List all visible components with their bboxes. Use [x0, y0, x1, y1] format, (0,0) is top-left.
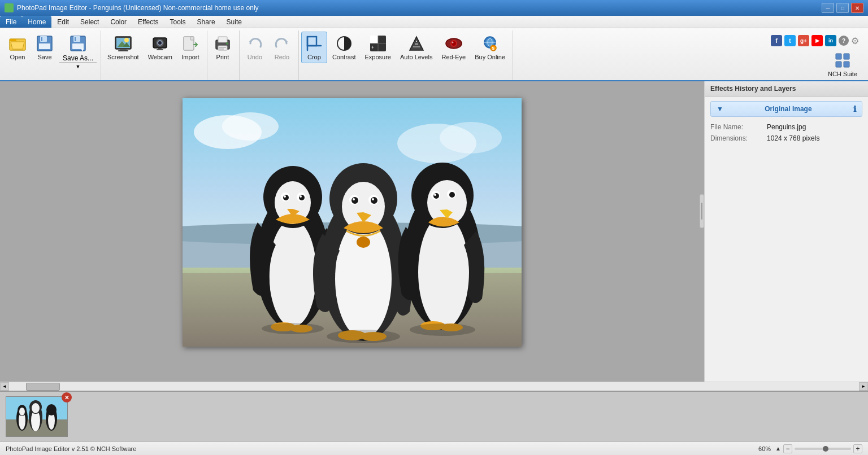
save-icon [36, 34, 54, 53]
ribbon-buttons-print: Print [210, 30, 236, 80]
save-button[interactable]: Save [32, 32, 58, 63]
svg-point-80 [300, 195, 302, 198]
panel-section-title[interactable]: ▼ Original Image ℹ [710, 101, 862, 117]
youtube-icon[interactable]: ▶ [811, 35, 823, 46]
panel-resize-handle[interactable] [700, 194, 704, 228]
svg-rect-28 [218, 46, 227, 50]
webcam-button[interactable]: Webcam [144, 32, 176, 63]
scroll-right-button[interactable]: ► [859, 382, 868, 391]
panel-help-icon[interactable]: ℹ [853, 104, 856, 113]
panel-section-title-arrow: ▼ [717, 105, 723, 113]
contrast-button[interactable]: Contrast [328, 32, 360, 63]
svg-point-66 [440, 122, 502, 154]
zoom-up-arrow: ▲ [775, 445, 781, 452]
menu-item-effects[interactable]: Effects [132, 16, 164, 28]
svg-point-87 [357, 237, 370, 248]
exposure-label: Exposure [364, 54, 390, 60]
filmstrip-thumb-1[interactable]: ✕ [6, 396, 68, 437]
svg-rect-58 [836, 54, 841, 59]
twitter-icon[interactable]: t [784, 35, 796, 46]
panel-title: Effects History and Layers [705, 81, 868, 97]
svg-text:−: − [380, 37, 383, 43]
ribbon-group-file: Open Save [2, 30, 101, 80]
linkedin-icon[interactable]: in [825, 35, 836, 46]
canvas-area[interactable]: ▲ ▼ [0, 81, 704, 382]
auto-levels-button[interactable]: Auto Levels [396, 32, 436, 63]
zoom-slider[interactable] [795, 448, 851, 450]
save-as-button[interactable]: ▼ Save As... ▼ [59, 32, 97, 71]
svg-point-64 [222, 112, 279, 141]
panel-section-title-text: Original Image [765, 105, 811, 113]
horizontal-scrollbar[interactable]: ◄ ► [0, 382, 868, 391]
open-button[interactable]: Open [5, 32, 31, 63]
right-panel: Effects History and Layers ▼ Original Im… [704, 81, 868, 382]
filmstrip-thumb-close[interactable]: ✕ [62, 392, 72, 403]
minimize-button[interactable]: ─ [822, 3, 834, 13]
filmstrip-thumb-image [6, 397, 67, 436]
facebook-icon[interactable]: f [771, 35, 782, 46]
maximize-button[interactable]: □ [836, 3, 849, 13]
svg-rect-1 [10, 39, 16, 41]
menu-item-home[interactable]: Home [22, 16, 51, 28]
screenshot-icon [114, 34, 132, 53]
open-icon [8, 34, 27, 53]
screenshot-button[interactable]: Screenshot [103, 32, 143, 63]
menu-item-tools[interactable]: Tools [164, 16, 192, 28]
redo-button[interactable]: Redo [269, 32, 295, 63]
svg-rect-7 [73, 36, 80, 42]
red-eye-icon [445, 34, 463, 53]
nch-suite-label: NCH Suite [828, 71, 857, 77]
zoom-minus-button[interactable]: − [783, 444, 792, 453]
zoom-slider-thumb[interactable] [823, 446, 828, 452]
svg-rect-39 [370, 36, 378, 43]
print-button[interactable]: Print [210, 32, 236, 63]
contrast-icon [335, 34, 353, 53]
svg-point-79 [284, 195, 286, 198]
scroll-left-button[interactable]: ◄ [0, 382, 9, 391]
redo-label: Redo [275, 54, 289, 60]
ribbon-buttons-history: Undo Redo [242, 30, 295, 80]
svg-point-122 [46, 404, 57, 415]
webcam-label: Webcam [148, 54, 172, 60]
menu-item-share[interactable]: Share [192, 16, 221, 28]
svg-point-92 [353, 198, 355, 200]
help-icon[interactable]: ? [839, 36, 849, 46]
undo-button[interactable]: Undo [242, 32, 268, 63]
svg-point-107 [262, 323, 324, 334]
red-eye-button[interactable]: Red-Eye [437, 32, 470, 63]
save-as-split-arrow[interactable]: ▼ [59, 62, 97, 71]
titlebar: PhotoPad Image Editor - Penguins (Unlice… [0, 0, 868, 16]
ribbon-group-capture: Screenshot Webcam [101, 30, 207, 80]
close-button[interactable]: ✕ [851, 3, 863, 13]
h-scrollbar-thumb[interactable] [26, 383, 60, 391]
menu-item-color[interactable]: Color [105, 16, 132, 28]
exposure-button[interactable]: + − Exposure [361, 32, 394, 63]
open-label: Open [10, 54, 25, 60]
zoom-plus-button[interactable]: + [853, 444, 862, 453]
ribbon-group-tools: Crop Contrast [299, 30, 513, 80]
svg-rect-60 [836, 62, 841, 67]
svg-rect-9 [75, 37, 76, 41]
google-plus-icon[interactable]: g+ [798, 35, 809, 46]
title-text: PhotoPad Image Editor - Penguins (Unlice… [17, 4, 822, 12]
menu-item-suite[interactable]: Suite [221, 16, 248, 28]
menu-item-select[interactable]: Select [75, 16, 105, 28]
nch-suite-icon [834, 51, 852, 69]
nch-suite-button[interactable]: NCH Suite [824, 49, 861, 80]
svg-point-115 [19, 408, 25, 415]
crop-button[interactable]: Crop [301, 32, 327, 63]
svg-rect-23 [157, 49, 163, 50]
app-icon [5, 3, 14, 12]
statusbar-right: 60% ▲ − + [758, 444, 862, 453]
import-button[interactable]: Import [177, 32, 203, 63]
svg-point-72 [269, 220, 316, 327]
auto-levels-label: Auto Levels [400, 54, 432, 60]
webcam-icon [151, 34, 169, 53]
svg-point-90 [351, 197, 358, 204]
buy-online-button[interactable]: $ Buy Online [471, 32, 509, 63]
settings-icon[interactable]: ⚙ [851, 36, 859, 46]
menu-item-file[interactable]: File [0, 16, 22, 28]
exposure-icon: + − [369, 34, 387, 53]
menu-item-edit[interactable]: Edit [51, 16, 75, 28]
svg-point-21 [158, 41, 162, 45]
